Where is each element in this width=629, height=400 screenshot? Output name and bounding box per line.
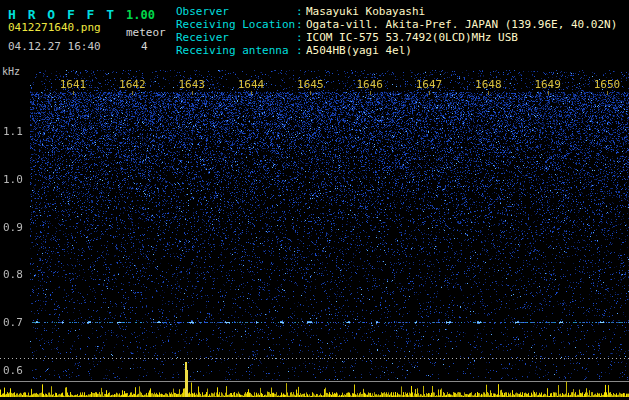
meteor-label: meteor: [126, 26, 166, 39]
info-label: Receiving antenna: [176, 44, 289, 57]
info-value: Ogata-vill. Akita-Pref. JAPAN (139.96E, …: [306, 18, 617, 31]
info-value: ICOM IC-575 53.7492(0LCD)MHz USB: [306, 31, 518, 44]
info-label: Receiving Location: [176, 18, 295, 31]
timestamp: 04.12.27 16:40: [8, 40, 101, 53]
freq-tick-label: 0.7: [3, 316, 23, 329]
spectrogram-noise-canvas: [30, 70, 629, 380]
info-value: Masayuki Kobayashi: [306, 5, 425, 18]
signal-level-canvas: [0, 360, 629, 400]
output-filename: 0412271640.png: [8, 21, 101, 34]
freq-tick-label: 1.1: [3, 125, 23, 138]
spectrogram-bottom-dashed-line: [0, 358, 629, 359]
frequency-axis-unit: kHz: [2, 66, 20, 77]
app-name: H R O F F T: [8, 7, 116, 22]
info-colon: :: [296, 31, 303, 44]
freq-tick-label: 0.9: [3, 221, 23, 234]
info-value: A504HB(yagi 4el): [306, 44, 412, 57]
meteor-count: 4: [141, 40, 148, 53]
info-label: Observer: [176, 5, 229, 18]
app-version: 1.00: [126, 8, 155, 22]
info-colon: :: [296, 5, 303, 18]
freq-tick-label: 0.8: [3, 268, 23, 281]
freq-tick-label: 1.0: [3, 173, 23, 186]
info-colon: :: [296, 44, 303, 57]
hrofft-window: H R O F F T1.00 0412271640.png 04.12.27 …: [0, 0, 629, 400]
info-label: Receiver: [176, 31, 229, 44]
info-colon: :: [296, 18, 303, 31]
